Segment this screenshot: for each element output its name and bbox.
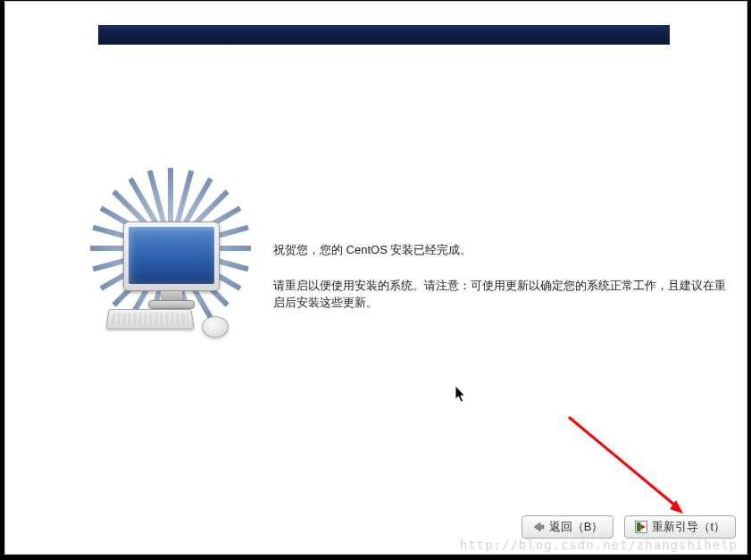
monitor-icon	[123, 221, 220, 311]
reboot-button-label: 重新引导（t）	[652, 519, 725, 535]
header-bar	[98, 25, 670, 45]
reboot-icon	[635, 521, 647, 533]
keyboard-icon	[105, 309, 194, 330]
arrow-left-icon	[532, 521, 545, 533]
computer-illustration	[95, 193, 246, 345]
button-bar: 返回（B） 重新引导（t）	[522, 515, 736, 539]
back-button[interactable]: 返回（B）	[522, 515, 614, 539]
instruction-text: 请重启以便使用安装的系统。请注意：可使用更新以确定您的系统正常工作，且建议在重启…	[273, 277, 729, 312]
watermark-text: http://blog.csdn.net/zhangshihelp	[460, 538, 738, 552]
congratulations-text: 祝贺您，您的 CentOS 安装已经完成。	[273, 241, 729, 259]
content-text: 祝贺您，您的 CentOS 安装已经完成。 请重启以便使用安装的系统。请注意：可…	[273, 241, 729, 312]
mouse-icon	[202, 316, 229, 338]
installer-window: 祝贺您，您的 CentOS 安装已经完成。 请重启以便使用安装的系统。请注意：可…	[4, 1, 747, 555]
svg-rect-1	[637, 522, 641, 531]
back-button-label: 返回（B）	[549, 519, 604, 535]
reboot-button[interactable]: 重新引导（t）	[624, 515, 736, 539]
